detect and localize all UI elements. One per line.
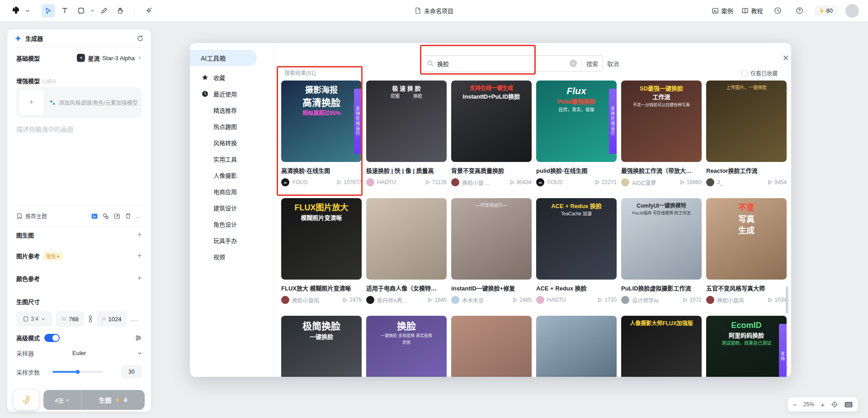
more-icon[interactable]: …	[136, 213, 142, 219]
toolbox-nav-item[interactable]: 人像摄影	[190, 167, 274, 183]
help-button[interactable]	[793, 4, 807, 18]
text-tool-button[interactable]	[58, 4, 71, 18]
tutorials-link[interactable]: 教程	[741, 6, 763, 15]
ratio-select[interactable]: 3:4	[16, 311, 52, 327]
logo-menu-chevron-icon[interactable]	[25, 9, 30, 13]
add-lora-plus-button[interactable]: +	[19, 90, 44, 115]
credits-badge[interactable]: 80	[815, 5, 837, 16]
workflow-thumbnail[interactable]: FLUX图片放大模糊照片变清晰	[281, 198, 362, 280]
workflow-thumbnail[interactable]: 不变写真生成	[706, 198, 787, 280]
link-dimensions-icon[interactable]	[88, 315, 93, 323]
workflow-card[interactable]	[536, 316, 617, 377]
workflow-thumbnail[interactable]: 上传图片，一键换脸	[706, 81, 787, 162]
workflow-card[interactable]: 极 速 换 脸原图 换脸极速换脸 | 快 | 像 | 质量高HAOTU71126	[366, 81, 447, 186]
workflow-thumbnail[interactable]: SD最强一键换脸工作流不花一分钱就可以白嫖各种写真	[621, 81, 702, 162]
toolbox-nav-item[interactable]: 收藏	[190, 69, 274, 86]
workflow-card[interactable]: 不变写真生成五官不变风格写真大师换脸小旋风1034	[706, 198, 787, 304]
workflow-thumbnail[interactable]: 极 速 换 脸原图 换脸	[366, 81, 447, 162]
clear-search-icon[interactable]: ✕	[570, 60, 577, 67]
size-more-icon[interactable]: …	[130, 315, 138, 323]
search-button[interactable]: 搜索	[586, 59, 598, 68]
locate-icon[interactable]	[831, 401, 838, 408]
history-button[interactable]	[771, 4, 785, 18]
toolbox-nav-item[interactable]: 电商应用	[190, 183, 274, 200]
advanced-settings-icon[interactable]	[135, 334, 142, 342]
batch-count-button[interactable]: 4张	[43, 390, 81, 410]
user-avatar[interactable]	[845, 4, 859, 18]
shapes-icon[interactable]	[102, 213, 109, 220]
workflow-thumbnail[interactable]: 人像摄影大师FLUX加强版	[621, 316, 702, 377]
reset-icon[interactable]	[137, 35, 144, 42]
workflow-card[interactable]: ComfyUI一键换模特PuLID插件 可在线使用 附工作流PuLID换脸虚拟摄…	[621, 198, 702, 304]
workflow-card[interactable]: SD最强一键换脸工作流不花一分钱就可以白嫖各种写真最强换脸工作流（带放大…AIG…	[621, 81, 702, 186]
workflow-thumbnail[interactable]	[451, 316, 532, 377]
export-icon[interactable]	[113, 213, 121, 220]
workflow-thumbnail[interactable]: EcomID阿里妈妈换脸测试尝鲜，效果自己测试支持	[706, 316, 787, 377]
workflow-thumbnail[interactable]: 支持在线一键生成InstantID+PuLID换脸	[451, 81, 532, 162]
trash-icon[interactable]	[125, 213, 132, 219]
workflow-card[interactable]: FluxPulid最强换脸自然，真实，极像支持在线运行pulid换脸-在线生图∞…	[536, 81, 617, 186]
search-input[interactable]	[437, 60, 570, 67]
workflow-card[interactable]: 换脸一键换脸·多角度换·真实极像原图	[366, 316, 447, 377]
toolbox-nav-item[interactable]: 建筑设计	[190, 200, 274, 216]
workflow-card[interactable]: ACE + Redux 换脸TeaCache 加速ACE + Redux 换脸H…	[536, 198, 617, 304]
workflow-card[interactable]: 极简换脸一键换脸	[281, 316, 362, 377]
select-tool-button[interactable]	[42, 4, 55, 18]
workflow-thumbnail[interactable]: ACE + Redux 换脸TeaCache 加速	[536, 198, 617, 280]
cases-link[interactable]: 案例	[712, 6, 733, 15]
workflow-card[interactable]: FLUX图片放大模糊照片变清晰FLUX放大 模糊照片变清晰换脸小旋风2475	[281, 198, 362, 304]
scrollbar-thumb[interactable]	[786, 286, 788, 314]
pencil-tool-button[interactable]	[97, 4, 111, 18]
ai-magic-tool-button[interactable]	[142, 4, 156, 18]
app-logo[interactable]	[9, 4, 23, 18]
shape-tool-button[interactable]	[74, 4, 88, 18]
workflow-thumbnail[interactable]	[366, 198, 447, 280]
shape-tool-chevron-icon[interactable]	[90, 9, 94, 13]
advanced-mode-toggle[interactable]	[44, 334, 60, 342]
close-modal-icon[interactable]: ✕	[780, 52, 791, 64]
workflow-thumbnail[interactable]: ComfyUI一键换模特PuLID插件 可在线使用 附工作流	[621, 198, 702, 280]
hand-tool-button[interactable]	[113, 4, 127, 18]
zoom-in-button[interactable]: +	[821, 401, 825, 408]
toolbox-nav-item[interactable]: 角色设计	[190, 216, 274, 232]
generate-button[interactable]: 生图 4	[81, 395, 145, 404]
image-add-icon[interactable]	[91, 213, 98, 220]
cancel-search-button[interactable]: 取消	[607, 59, 619, 68]
boost-button[interactable]	[14, 390, 39, 410]
prompt-input[interactable]: 描述你脑海中的画面	[16, 124, 142, 133]
toolbox-nav-item[interactable]: 玩具手办	[190, 232, 274, 248]
workflow-card[interactable]: 上传图片，一键换脸Reactor换脸工作流J_9454	[706, 81, 787, 186]
scroll-up-icon[interactable]: ▲	[785, 87, 789, 91]
workflow-thumbnail[interactable]: 极简换脸一键换脸	[281, 316, 362, 377]
workflow-thumbnail[interactable]: 摄影海报高清换脸相似度超过95%支持在线运行	[281, 81, 362, 162]
scroll-down-icon[interactable]: ▼	[785, 366, 789, 370]
workflow-card[interactable]	[451, 316, 532, 377]
workflow-thumbnail[interactable]: FluxPulid最强换脸自然，真实，极像支持在线运行	[536, 81, 617, 162]
workflow-card[interactable]: —可在线运行—instantID一键换脸+修复木木木亘2485	[451, 198, 532, 304]
base-model-row[interactable]: 基础模型 ✦ 星流 Star-3 Alpha	[16, 52, 142, 64]
workflow-thumbnail[interactable]: 换脸一键换脸·多角度换·真实极像原图	[366, 316, 447, 377]
width-input[interactable]: W768	[56, 311, 84, 327]
workflow-card[interactable]: 摄影海报高清换脸相似度超过95%支持在线运行高清换脸-在线生图∞YOUS1076…	[281, 81, 362, 186]
workflow-card[interactable]: 人像摄影大师FLUX加强版	[621, 316, 702, 377]
img2img-add-button[interactable]: +	[137, 230, 142, 240]
toolbox-nav-item[interactable]: 风格转换	[190, 134, 274, 151]
sampler-row[interactable]: 采样器 Euler	[16, 349, 142, 357]
workflow-card[interactable]: 支持在线一键生成InstantID+PuLID换脸背景不变高质量换脸换脸小旋…8…	[451, 81, 532, 186]
height-input[interactable]: H1024	[97, 311, 127, 327]
steps-slider[interactable]	[52, 371, 103, 373]
add-lora-box[interactable]: + 添加风格滤镜/角色/元素加强模型	[16, 87, 142, 118]
toolbox-nav-item[interactable]: 热点趣图	[190, 118, 274, 134]
workflow-card[interactable]: EcomID阿里妈妈换脸测试尝鲜，效果自己测试支持	[706, 316, 787, 377]
workflow-thumbnail[interactable]	[536, 316, 617, 377]
image-ref-add-button[interactable]: +	[137, 251, 142, 261]
color-ref-add-button[interactable]: +	[137, 274, 142, 283]
project-title-area[interactable]: 未命名项目	[415, 6, 453, 15]
toolbox-nav-item[interactable]: 视频	[190, 248, 274, 265]
zoom-out-button[interactable]: −	[793, 401, 797, 408]
keyboard-icon[interactable]	[844, 402, 853, 408]
toolbox-nav-item[interactable]: 最近使用	[190, 86, 274, 102]
workflow-thumbnail[interactable]: —可在线运行—	[451, 198, 532, 280]
toolbox-nav-item[interactable]: 实用工具	[190, 151, 274, 167]
workflow-card[interactable]: 适用于电商人像（女模特…炼丹师A秀…1840	[366, 198, 447, 304]
